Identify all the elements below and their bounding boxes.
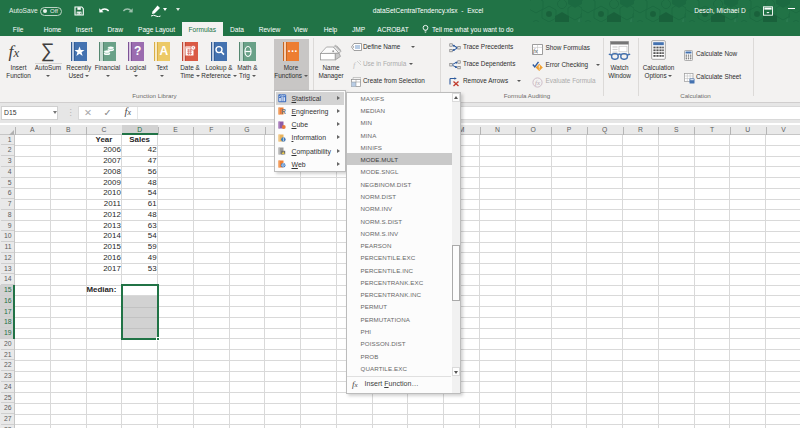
svg-text:f: f xyxy=(353,61,357,69)
svg-text:i: i xyxy=(283,137,284,142)
svg-text:R: R xyxy=(281,108,286,115)
svg-text:fx: fx xyxy=(535,79,541,87)
svg-text:fx: fx xyxy=(533,47,538,54)
